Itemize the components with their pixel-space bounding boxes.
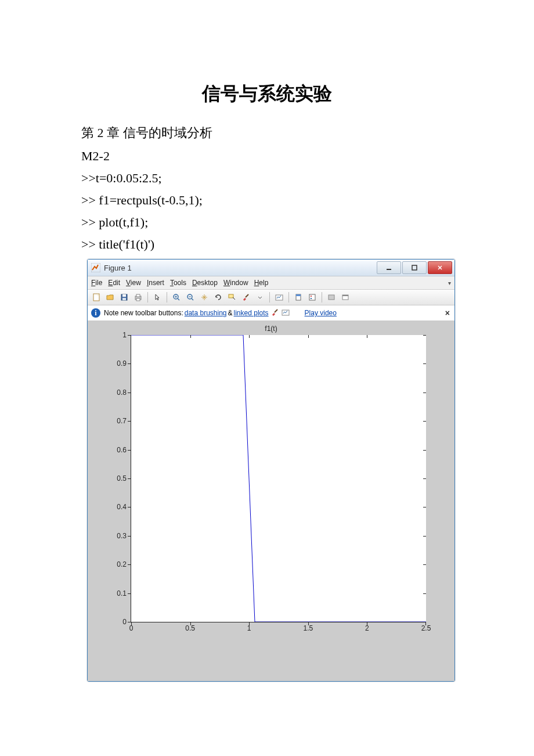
pan-icon[interactable] [198, 291, 211, 304]
info-icon: i [91, 308, 100, 318]
code-line: >>t=0:0.05:2.5; [81, 171, 453, 186]
axes[interactable]: 1 0.9 0.8 0.7 0.6 0.5 0.4 0.3 0.2 0.1 0 … [131, 335, 426, 622]
y-tick-label: 0.7 [117, 417, 127, 425]
plot-title: f1(t) [90, 323, 452, 333]
menu-view[interactable]: View [126, 279, 141, 287]
code-line: M2-2 [81, 149, 453, 164]
menu-file[interactable]: File [91, 279, 102, 287]
infobar-close-icon[interactable]: × [445, 308, 450, 318]
svg-rect-2 [412, 265, 417, 270]
y-tick-label: 0.3 [117, 532, 127, 540]
save-icon[interactable] [118, 291, 131, 304]
svg-rect-17 [311, 296, 312, 297]
svg-rect-19 [329, 295, 334, 300]
doc-title: 信号与系统实验 [81, 81, 453, 107]
svg-rect-21 [342, 295, 348, 296]
close-button[interactable] [428, 261, 452, 274]
brush-small-icon [271, 308, 279, 318]
y-tick-label: 0.8 [117, 388, 127, 397]
y-tick-label: 0.4 [117, 503, 127, 511]
x-tick-label: 1 [247, 624, 251, 632]
infobar-text: Note new toolbar buttons: [104, 309, 183, 317]
linked-plots-link[interactable]: linked plots [234, 309, 269, 317]
brush-dropdown-icon[interactable] [254, 291, 266, 304]
y-tick-label: 0.9 [117, 359, 127, 368]
y-tick-label: 0.6 [117, 446, 127, 454]
code-line: >> f1=rectpuls(t-0.5,1); [81, 193, 453, 208]
link-small-icon [282, 308, 290, 318]
print-icon[interactable] [132, 291, 145, 304]
infobar-amp: & [228, 309, 233, 317]
plot-area: f1(t) www.bdocx.com [88, 321, 454, 681]
x-tick-label: 1.5 [303, 624, 313, 632]
y-tick-label: 0.5 [117, 474, 127, 483]
colorbar-icon[interactable] [292, 291, 305, 304]
hide-tools-icon[interactable] [325, 291, 338, 304]
svg-rect-8 [136, 294, 140, 297]
open-icon[interactable] [104, 291, 117, 304]
code-line: >> title('f1(t)') [81, 237, 453, 252]
play-video-link[interactable]: Play video [305, 309, 337, 317]
svg-rect-12 [229, 294, 233, 298]
brush-icon[interactable] [240, 291, 252, 304]
menu-desktop[interactable]: Desktop [192, 279, 218, 287]
menu-edit[interactable]: Edit [108, 279, 120, 287]
matlab-icon [91, 263, 100, 272]
zoom-out-icon[interactable] [184, 291, 197, 304]
svg-rect-1 [387, 269, 391, 270]
menu-window[interactable]: Window [223, 279, 248, 287]
svg-rect-6 [122, 298, 126, 300]
menu-tools[interactable]: Tools [170, 279, 186, 287]
x-tick-label: 2.5 [421, 624, 431, 632]
svg-rect-18 [311, 298, 312, 299]
infobar: i Note new toolbar buttons: data brushin… [88, 305, 454, 321]
show-tools-icon[interactable] [339, 291, 352, 304]
y-tick-label: 0.2 [117, 560, 127, 568]
minimize-button[interactable] [377, 261, 401, 274]
zoom-in-icon[interactable] [170, 291, 183, 304]
menu-overflow-icon[interactable]: ▾ [448, 280, 451, 286]
pointer-icon[interactable] [151, 291, 164, 304]
svg-rect-16 [309, 294, 315, 300]
plot-line [131, 335, 426, 622]
data-brushing-link[interactable]: data brushing [185, 309, 227, 317]
data-cursor-icon[interactable] [226, 291, 239, 304]
y-tick-label: 0.1 [117, 589, 127, 597]
titlebar: Figure 1 [88, 260, 454, 276]
link-plot-icon[interactable] [273, 291, 286, 304]
x-tick-label: 0.5 [185, 624, 195, 632]
y-tick-label: 1 [122, 331, 127, 339]
menubar: File Edit View Insert Tools Desktop Wind… [88, 276, 454, 290]
new-figure-icon[interactable] [90, 291, 103, 304]
svg-rect-9 [136, 298, 140, 301]
doc-subtitle: 第 2 章 信号的时域分析 [81, 124, 453, 142]
window-title: Figure 1 [104, 264, 377, 272]
maximize-button[interactable] [402, 261, 427, 274]
legend-icon[interactable] [306, 291, 319, 304]
svg-rect-15 [296, 294, 301, 296]
svg-rect-5 [122, 294, 126, 297]
x-tick-label: 2 [365, 624, 369, 632]
y-tick-label: 0 [122, 618, 127, 626]
x-tick-label: 0 [129, 624, 134, 632]
code-line: >> plot(t,f1); [81, 215, 453, 230]
figure-window: Figure 1 File Edit View Insert Tools Des… [87, 259, 455, 682]
toolbar [88, 290, 454, 305]
rotate-icon[interactable] [212, 291, 225, 304]
menu-help[interactable]: Help [254, 279, 269, 287]
menu-insert[interactable]: Insert [147, 279, 164, 287]
